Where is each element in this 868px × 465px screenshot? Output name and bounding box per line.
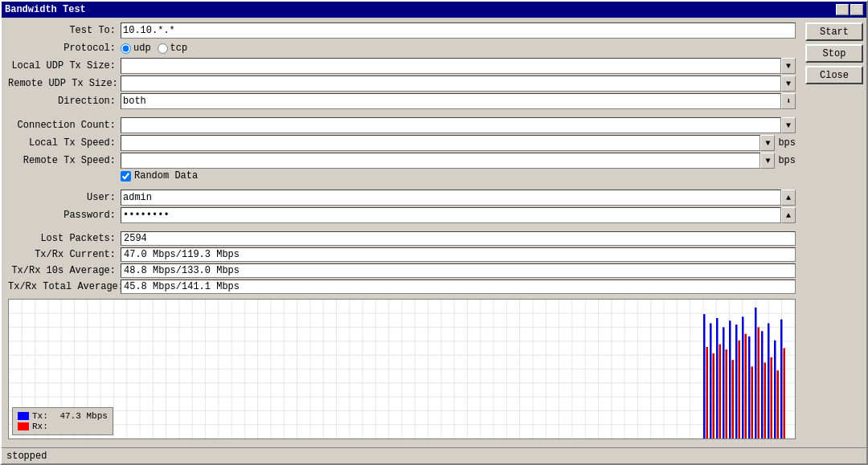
udp-radio-label[interactable]: udp bbox=[121, 43, 151, 54]
direction-input[interactable] bbox=[121, 93, 781, 109]
remote-tx-speed-unit: bps bbox=[778, 155, 796, 166]
tx-legend-value: 47.3 Mbps bbox=[59, 411, 107, 421]
lost-packets-value: 2594 bbox=[121, 231, 796, 246]
lost-packets-row: Lost Packets: 2594 bbox=[8, 231, 796, 246]
remote-udp-input-group: ▼ bbox=[121, 75, 796, 92]
stop-button[interactable]: Stop bbox=[805, 44, 863, 63]
svg-rect-97 bbox=[784, 349, 786, 438]
connection-count-label: Connection Count: bbox=[8, 120, 121, 131]
separator-3 bbox=[8, 225, 796, 230]
maximize-button[interactable]: □ bbox=[850, 4, 863, 15]
separator-1 bbox=[8, 111, 796, 116]
test-to-row: Test To: bbox=[8, 22, 796, 39]
test-to-input[interactable] bbox=[121, 22, 796, 39]
tx-rx-total-row: Tx/Rx Total Average: 45.8 Mbps/141.1 Mbp… bbox=[8, 279, 796, 294]
password-row: Password: ▲ bbox=[8, 207, 796, 223]
remote-tx-speed-input-group: ▼ bbox=[121, 153, 775, 169]
remote-udp-input[interactable] bbox=[121, 75, 781, 92]
tx-rx-current-row: Tx/Rx Current: 47.0 Mbps/119.3 Mbps bbox=[8, 247, 796, 262]
user-input-group: ▲ bbox=[121, 190, 796, 206]
svg-rect-79 bbox=[726, 349, 728, 438]
connection-count-input[interactable] bbox=[121, 117, 781, 133]
svg-rect-92 bbox=[768, 324, 770, 438]
remote-tx-speed-row: Remote Tx Speed: ▼ bps bbox=[8, 153, 796, 169]
remote-udp-dropdown[interactable]: ▼ bbox=[781, 75, 796, 92]
tx-rx-10s-label: Tx/Rx 10s Average: bbox=[8, 265, 121, 276]
protocol-radio-group: udp tcp bbox=[121, 43, 187, 54]
password-dropdown[interactable]: ▲ bbox=[781, 207, 796, 223]
local-udp-dropdown[interactable]: ▼ bbox=[781, 58, 796, 74]
window-title: Bandwidth Test bbox=[5, 4, 86, 15]
local-udp-row: Local UDP Tx Size: ▼ bbox=[8, 58, 796, 74]
protocol-label: Protocol: bbox=[8, 43, 121, 54]
svg-rect-75 bbox=[713, 353, 715, 438]
svg-rect-91 bbox=[764, 362, 767, 438]
close-button[interactable]: Close bbox=[805, 66, 863, 84]
tx-rx-total-label: Tx/Rx Total Average: bbox=[8, 281, 121, 292]
random-data-checkbox[interactable] bbox=[121, 171, 131, 182]
local-udp-input[interactable] bbox=[121, 58, 781, 74]
password-label: Password: bbox=[8, 210, 121, 221]
tx-rx-total-value: 45.8 Mbps/141.1 Mbps bbox=[121, 279, 796, 294]
svg-rect-82 bbox=[735, 324, 738, 438]
start-button[interactable]: Start bbox=[805, 22, 863, 41]
sidebar-buttons: Start Stop Close bbox=[802, 18, 866, 447]
svg-rect-94 bbox=[774, 341, 776, 438]
svg-rect-95 bbox=[777, 370, 780, 438]
remote-udp-row: Remote UDP Tx Size: ▼ bbox=[8, 75, 796, 92]
svg-rect-73 bbox=[706, 347, 709, 438]
svg-rect-83 bbox=[739, 341, 741, 438]
direction-row: Direction: ⬇ bbox=[8, 93, 796, 109]
protocol-row: Protocol: udp tcp bbox=[8, 40, 796, 56]
rx-legend: Rx: bbox=[18, 422, 108, 431]
rx-color-box bbox=[18, 422, 29, 430]
local-tx-speed-input-group: ▼ bbox=[121, 135, 775, 151]
title-bar-buttons: _ □ bbox=[836, 4, 863, 15]
connection-count-input-group: ▼ bbox=[121, 117, 796, 133]
local-udp-label: Local UDP Tx Size: bbox=[8, 60, 121, 71]
user-dropdown[interactable]: ▲ bbox=[781, 190, 796, 206]
svg-rect-77 bbox=[719, 345, 722, 438]
random-data-row: Random Data bbox=[121, 170, 796, 182]
svg-rect-74 bbox=[710, 324, 712, 438]
connection-count-dropdown[interactable]: ▼ bbox=[781, 117, 796, 133]
udp-radio[interactable] bbox=[121, 43, 131, 54]
status-text: stopped bbox=[6, 451, 47, 462]
tx-legend: Tx: 47.3 Mbps bbox=[18, 411, 108, 421]
local-tx-speed-dropdown[interactable]: ▼ bbox=[760, 135, 775, 151]
direction-dropdown[interactable]: ⬇ bbox=[781, 93, 796, 109]
minimize-button[interactable]: _ bbox=[836, 4, 849, 15]
tx-rx-current-value: 47.0 Mbps/119.3 Mbps bbox=[121, 247, 796, 262]
title-bar: Bandwidth Test _ □ bbox=[2, 2, 866, 18]
tx-rx-current-label: Tx/Rx Current: bbox=[8, 249, 121, 260]
svg-rect-72 bbox=[703, 314, 706, 438]
local-tx-speed-row: Local Tx Speed: ▼ bps bbox=[8, 135, 796, 151]
remote-tx-speed-input[interactable] bbox=[121, 153, 760, 169]
connection-count-row: Connection Count: ▼ bbox=[8, 117, 796, 133]
local-tx-speed-input[interactable] bbox=[121, 135, 760, 151]
rx-legend-label: Rx: bbox=[32, 422, 48, 431]
tx-legend-label: Tx: bbox=[32, 411, 48, 421]
main-window: Bandwidth Test _ □ Test To: Protocol: ud… bbox=[0, 0, 868, 465]
tcp-radio[interactable] bbox=[158, 43, 168, 54]
password-input-group: ▲ bbox=[121, 207, 796, 223]
svg-rect-89 bbox=[758, 327, 760, 438]
lost-packets-label: Lost Packets: bbox=[8, 233, 121, 244]
svg-rect-81 bbox=[732, 360, 735, 438]
local-udp-input-group: ▼ bbox=[121, 58, 796, 74]
user-input[interactable] bbox=[121, 190, 781, 206]
svg-rect-87 bbox=[751, 366, 754, 438]
test-to-label: Test To: bbox=[8, 25, 121, 36]
direction-label: Direction: bbox=[8, 96, 121, 107]
svg-rect-84 bbox=[742, 316, 744, 438]
tcp-radio-label[interactable]: tcp bbox=[158, 43, 188, 54]
remote-tx-speed-dropdown[interactable]: ▼ bbox=[760, 153, 775, 169]
svg-rect-78 bbox=[723, 327, 725, 438]
svg-rect-76 bbox=[716, 318, 719, 438]
tx-color-box bbox=[18, 412, 29, 420]
tx-rx-10s-row: Tx/Rx 10s Average: 48.8 Mbps/133.0 Mbps bbox=[8, 263, 796, 278]
random-data-label: Random Data bbox=[134, 170, 198, 182]
chart-svg bbox=[9, 300, 795, 438]
password-input[interactable] bbox=[121, 207, 781, 223]
svg-rect-93 bbox=[771, 357, 773, 438]
